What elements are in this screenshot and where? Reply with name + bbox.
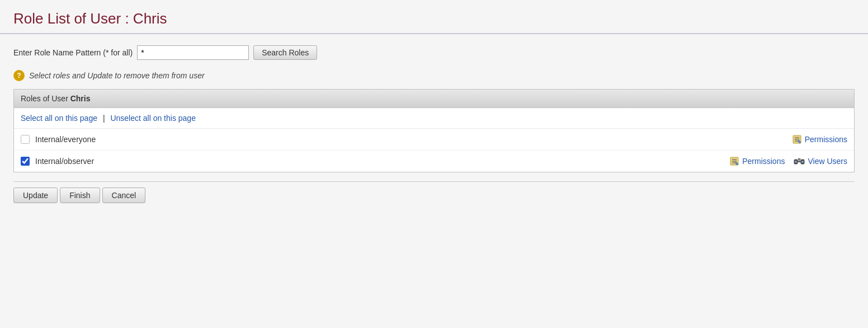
permissions-label-everyone: Permissions: [805, 135, 847, 144]
page-title: Role List of User : Chris: [0, 0, 868, 34]
svg-point-14: [801, 161, 804, 163]
role-checkbox-observer[interactable]: [21, 157, 30, 166]
update-button[interactable]: Update: [13, 188, 58, 203]
permissions-icon-observer: [729, 156, 739, 166]
permissions-link-everyone[interactable]: Permissions: [792, 134, 847, 144]
main-content: Enter Role Name Pattern (* for all) Sear…: [0, 34, 868, 220]
view-users-icon-observer: [794, 156, 805, 166]
select-separator: |: [103, 114, 105, 123]
role-name-observer: Internal/observer: [35, 157, 729, 166]
role-actions-observer: Permissions: [729, 156, 847, 166]
role-name-input[interactable]: [137, 45, 249, 60]
permissions-label-observer: Permissions: [742, 157, 785, 166]
svg-rect-15: [798, 158, 800, 160]
roles-panel-username: Chris: [70, 94, 91, 103]
role-name-everyone: Internal/everyone: [35, 135, 792, 144]
select-links-row: Select all on this page | Unselect all o…: [14, 108, 854, 129]
search-label: Enter Role Name Pattern (* for all): [13, 48, 133, 57]
role-row: Internal/observer Permissio: [14, 151, 854, 172]
hint-row: ? Select roles and Update to remove them…: [13, 70, 855, 81]
hint-icon: ?: [13, 70, 25, 81]
unselect-all-link[interactable]: Unselect all on this page: [110, 114, 196, 123]
role-checkbox-everyone[interactable]: [21, 135, 30, 144]
page-container: Role List of User : Chris Enter Role Nam…: [0, 0, 868, 328]
hint-text: Select roles and Update to remove them f…: [29, 71, 205, 80]
search-roles-button[interactable]: Search Roles: [253, 45, 317, 60]
permissions-icon-everyone: [792, 134, 802, 144]
bottom-buttons: Update Finish Cancel: [13, 181, 855, 209]
select-all-link[interactable]: Select all on this page: [21, 114, 97, 123]
roles-panel-header-prefix: Roles of User: [21, 94, 70, 103]
view-users-label-observer: View Users: [808, 157, 847, 166]
view-users-link-observer[interactable]: View Users: [794, 156, 847, 166]
svg-point-13: [795, 161, 798, 163]
permissions-link-observer[interactable]: Permissions: [729, 156, 785, 166]
roles-panel: Roles of User Chris Select all on this p…: [13, 89, 855, 172]
roles-panel-header: Roles of User Chris: [14, 90, 854, 108]
svg-rect-12: [798, 161, 801, 162]
role-row: Internal/everyone Permissio: [14, 129, 854, 151]
cancel-button[interactable]: Cancel: [102, 188, 146, 203]
search-row: Enter Role Name Pattern (* for all) Sear…: [13, 45, 855, 60]
role-actions-everyone: Permissions: [792, 134, 847, 144]
finish-button[interactable]: Finish: [60, 188, 100, 203]
